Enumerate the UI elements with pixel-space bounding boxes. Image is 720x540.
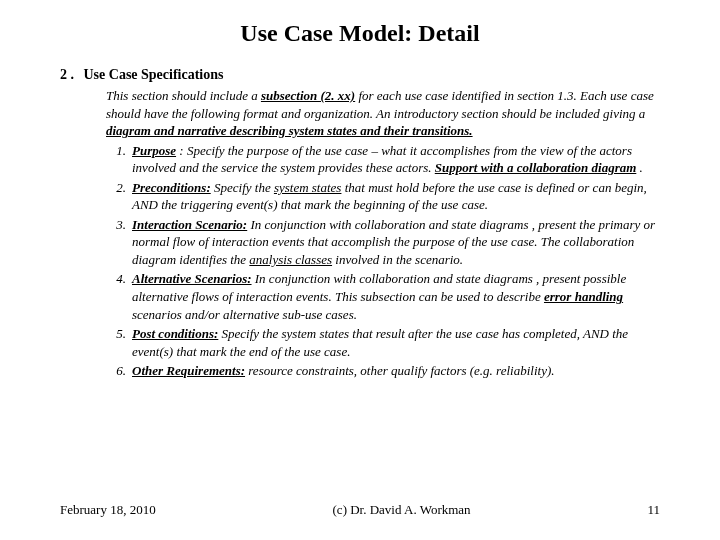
section-number: 2 . (60, 67, 80, 83)
list-item: 2. Preconditions: Specify the system sta… (106, 179, 660, 214)
footer-copyright: (c) Dr. David A. Workman (333, 502, 471, 518)
page-title: Use Case Model: Detail (60, 20, 660, 47)
item-label: Post conditions: (132, 326, 218, 341)
item-text: Specify the (211, 180, 274, 195)
list-item: 5. Post conditions: Specify the system s… (106, 325, 660, 360)
item-label: Purpose (132, 143, 176, 158)
item-number: 3. (106, 216, 132, 269)
section-intro: This section should include a subsection… (106, 87, 660, 140)
item-list: 1. Purpose : Specify the purpose of the … (106, 142, 660, 380)
item-label: Preconditions: (132, 180, 211, 195)
item-label: Other Requirements: (132, 363, 245, 378)
item-mid: error handling (544, 289, 623, 304)
list-item: 6. Other Requirements: resource constrai… (106, 362, 660, 380)
footer-date: February 18, 2010 (60, 502, 156, 518)
item-text: . (636, 160, 643, 175)
footer: February 18, 2010 (c) Dr. David A. Workm… (60, 502, 660, 518)
item-number: 4. (106, 270, 132, 323)
item-tail: Support with a collaboration diagram (435, 160, 637, 175)
item-label: Interaction Scenario: (132, 217, 247, 232)
item-label: Alternative Scenarios: (132, 271, 252, 286)
list-item: 3. Interaction Scenario: In conjunction … (106, 216, 660, 269)
intro-diagram: diagram and narrative describing system … (106, 123, 473, 138)
item-text: scenarios and/or alternative sub-use cas… (132, 307, 357, 322)
item-number: 2. (106, 179, 132, 214)
item-number: 6. (106, 362, 132, 380)
item-text: involved in the scenario. (332, 252, 463, 267)
item-text: resource constraints, other qualify fact… (245, 363, 554, 378)
footer-page: 11 (647, 502, 660, 518)
intro-text: This section should include a (106, 88, 261, 103)
item-mid: analysis classes (249, 252, 332, 267)
list-item: 4. Alternative Scenarios: In conjunction… (106, 270, 660, 323)
intro-subsection: subsection (2. xx) (261, 88, 355, 103)
section-heading: Use Case Specifications (84, 67, 224, 82)
item-number: 5. (106, 325, 132, 360)
item-sep: : (176, 143, 184, 158)
section-header: 2 . Use Case Specifications (60, 67, 660, 83)
item-number: 1. (106, 142, 132, 177)
list-item: 1. Purpose : Specify the purpose of the … (106, 142, 660, 177)
item-mid: system states (274, 180, 342, 195)
